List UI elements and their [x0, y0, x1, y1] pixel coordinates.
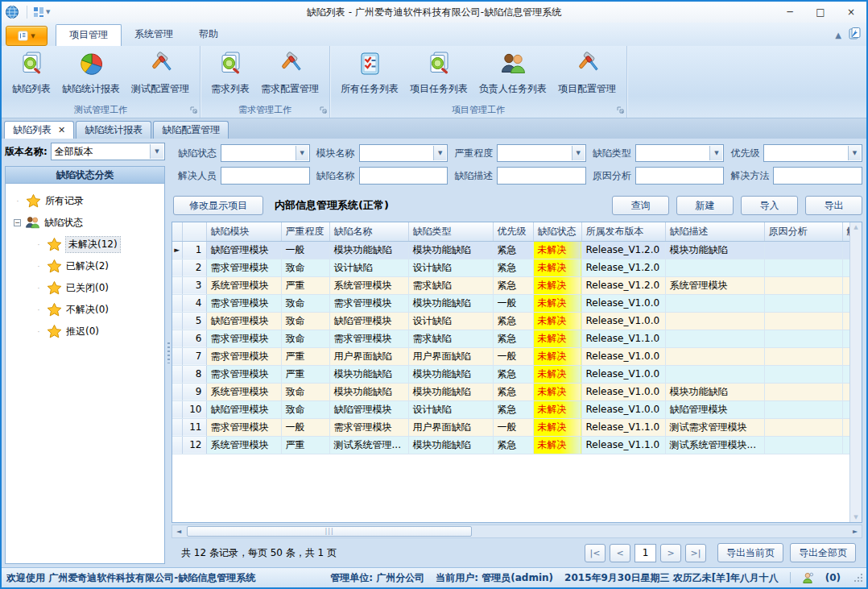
filter-select[interactable]: ▼ — [635, 144, 725, 162]
tree-node[interactable]: ·已解决(2) — [14, 255, 163, 277]
cell-analysis[interactable] — [764, 330, 842, 347]
cell-name[interactable]: 需求管理模块 — [329, 294, 408, 312]
cell-desc[interactable]: 测试需求管理模块 — [665, 418, 764, 436]
modify-columns-button[interactable]: 修改显示项目 — [173, 196, 263, 215]
cell-analysis[interactable] — [764, 347, 842, 365]
next-page-button[interactable]: > — [660, 544, 681, 562]
cell-status[interactable]: 未解决 — [533, 294, 581, 312]
column-header[interactable]: 解决方法 — [842, 222, 849, 241]
filter-select[interactable]: ▼ — [497, 144, 586, 162]
cell-severity[interactable]: 一般 — [281, 241, 329, 259]
filter-input[interactable] — [221, 167, 310, 185]
cell-module[interactable]: 需求管理模块 — [206, 365, 281, 383]
cell-module[interactable]: 需求管理模块 — [206, 259, 281, 276]
cell-status[interactable]: 未解决 — [533, 312, 581, 330]
table-row[interactable]: 10缺陷管理模块致命缺陷管理模块设计缺陷紧急未解决Release_V1.0.0缺… — [172, 400, 849, 418]
cell-desc[interactable]: 模块功能缺陷 — [665, 241, 764, 259]
close-tab-icon[interactable]: ✕ — [58, 125, 65, 135]
cell-module[interactable]: 需求管理模块 — [206, 347, 281, 365]
minimize-button[interactable]: ─ — [775, 2, 805, 23]
table-row[interactable]: ►1缺陷管理模块一般模块功能缺陷模块功能缺陷紧急未解决Release_V1.2.… — [172, 241, 849, 259]
cell-status[interactable]: 未解决 — [533, 330, 581, 347]
filter-input[interactable] — [773, 167, 862, 185]
resize-grip-icon[interactable] — [854, 573, 863, 583]
ribbon-button[interactable]: 需求配置管理 — [255, 48, 324, 97]
column-header[interactable]: 缺陷名称 — [329, 222, 408, 241]
cell-solution[interactable] — [842, 259, 849, 276]
column-header[interactable]: 缺陷类型 — [408, 222, 493, 241]
cell-analysis[interactable] — [764, 259, 842, 276]
cell-type[interactable]: 模块功能缺陷 — [408, 436, 493, 454]
ribbon-button[interactable]: 项目任务列表 — [404, 48, 473, 97]
cell-name[interactable]: 模块功能缺陷 — [329, 383, 408, 400]
document-tab[interactable]: 缺陷统计报表 — [76, 121, 151, 139]
cell-module[interactable]: 系统管理模块 — [206, 276, 281, 294]
cell-desc[interactable]: 模块功能缺陷 — [665, 383, 764, 400]
filter-select[interactable]: ▼ — [763, 144, 862, 162]
cell-priority[interactable]: 紧急 — [493, 383, 533, 400]
vertical-scrollbar[interactable]: ▲ ▼ — [849, 222, 862, 522]
table-row[interactable]: 5缺陷管理模块致命缺陷管理模块设计缺陷紧急未解决Release_V1.0.0 — [172, 312, 849, 330]
ribbon-button[interactable]: 所有任务列表 — [335, 48, 404, 97]
cell-analysis[interactable] — [764, 312, 842, 330]
table-row[interactable]: 7需求管理模块严重用户界面缺陷用户界面缺陷一般未解决Release_V1.0.0 — [172, 347, 849, 365]
cell-type[interactable]: 模块功能缺陷 — [408, 241, 493, 259]
dialog-launcher-icon[interactable] — [320, 106, 327, 116]
cell-module[interactable]: 缺陷管理模块 — [206, 400, 281, 418]
cell-severity[interactable]: 致命 — [281, 383, 329, 400]
cell-version[interactable]: Release_V1.1.0 — [581, 330, 665, 347]
table-row[interactable]: 12系统管理模块严重测试系统管理...模块功能缺陷紧急未解决Release_V1… — [172, 436, 849, 454]
cell-severity[interactable]: 严重 — [281, 365, 329, 383]
cell-status[interactable]: 未解决 — [533, 400, 581, 418]
cell-type[interactable]: 需求缺陷 — [408, 330, 493, 347]
cell-status[interactable]: 未解决 — [533, 241, 581, 259]
column-header[interactable]: 缺陷状态 — [533, 222, 581, 241]
cell-priority[interactable]: 紧急 — [493, 259, 533, 276]
ribbon-button[interactable]: 缺陷统计报表 — [56, 48, 126, 97]
table-row[interactable]: 2需求管理模块致命设计缺陷设计缺陷紧急未解决Release_V1.2.0 — [172, 259, 849, 276]
ribbon-button[interactable]: 负责人任务列表 — [473, 48, 552, 97]
cell-priority[interactable]: 一般 — [493, 418, 533, 436]
table-row[interactable]: 4需求管理模块致命需求管理模块模块功能缺陷一般未解决Release_V1.0.0 — [172, 294, 849, 312]
cell-priority[interactable]: 紧急 — [493, 330, 533, 347]
cell-solution[interactable] — [842, 276, 849, 294]
cell-desc[interactable] — [665, 312, 764, 330]
cell-solution[interactable] — [842, 312, 849, 330]
tree-node[interactable]: ·不解决(0) — [14, 299, 163, 321]
column-header[interactable]: 原因分析 — [764, 222, 842, 241]
cell-type[interactable]: 模块功能缺陷 — [408, 383, 493, 400]
cell-analysis[interactable] — [764, 241, 842, 259]
cell-priority[interactable]: 一般 — [493, 294, 533, 312]
column-header[interactable]: 严重程度 — [281, 222, 329, 241]
cell-type[interactable]: 用户界面缺陷 — [408, 347, 493, 365]
cell-name[interactable]: 缺陷管理模块 — [329, 400, 408, 418]
prev-page-button[interactable]: < — [610, 544, 630, 562]
scroll-right-icon[interactable]: ► — [849, 525, 862, 537]
cell-type[interactable]: 需求缺陷 — [408, 276, 493, 294]
column-header[interactable]: 缺陷模块 — [206, 222, 281, 241]
new-button[interactable]: 新建 — [676, 196, 734, 215]
cell-version[interactable]: Release_V1.1.0 — [581, 418, 665, 436]
cell-solution[interactable] — [842, 436, 849, 454]
document-tab[interactable]: 缺陷配置管理 — [153, 121, 229, 139]
filter-input[interactable] — [359, 167, 448, 185]
panel-splitter[interactable] — [165, 139, 172, 567]
cell-analysis[interactable] — [764, 400, 842, 418]
cell-status[interactable]: 未解决 — [533, 365, 581, 383]
column-header[interactable]: 优先级 — [493, 222, 533, 241]
cell-analysis[interactable] — [764, 383, 842, 400]
application-menu-button[interactable]: ▼ — [6, 26, 48, 46]
table-row[interactable]: 11需求管理模块一般需求管理模块用户界面缺陷一般未解决Release_V1.1.… — [172, 418, 849, 436]
cell-version[interactable]: Release_V1.0.0 — [581, 400, 665, 418]
cell-priority[interactable]: 紧急 — [493, 241, 533, 259]
cell-name[interactable]: 需求管理模块 — [329, 330, 408, 347]
cell-analysis[interactable] — [764, 436, 842, 454]
filter-select[interactable]: ▼ — [359, 144, 448, 162]
first-page-button[interactable]: |< — [585, 544, 606, 562]
scrollbar-track[interactable]: ||| — [185, 525, 849, 537]
cell-severity[interactable]: 致命 — [281, 330, 329, 347]
cell-module[interactable]: 缺陷管理模块 — [206, 241, 281, 259]
column-header[interactable]: 缺陷描述 — [665, 222, 764, 241]
ribbon-button[interactable]: 测试配置管理 — [126, 48, 195, 97]
cell-desc[interactable] — [665, 347, 764, 365]
